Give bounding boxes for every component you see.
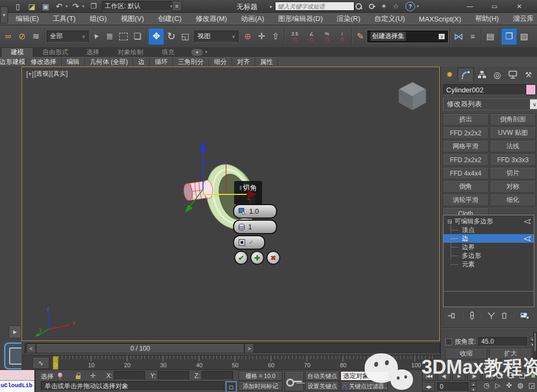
edit-named-selection-sets-button[interactable]: ✎ xyxy=(353,28,367,45)
license-button[interactable] xyxy=(366,2,377,11)
orbit-button[interactable]: ◍ xyxy=(515,381,526,389)
menu-rendering[interactable]: 渲染(R) xyxy=(330,13,367,25)
modifier-ffd3-button[interactable]: FFD 3x3x3 xyxy=(490,154,536,166)
isolate-selection-toggle[interactable]: ▢ xyxy=(226,381,237,392)
gizmo-y-arrow[interactable] xyxy=(185,205,193,213)
stack-root-editable-poly[interactable]: ⊟ 可编辑多边形 xyxy=(444,217,534,226)
remove-modifier-icon[interactable] xyxy=(501,311,507,320)
modifier-meshsmooth-button[interactable]: 网格平滑 xyxy=(442,140,489,153)
search-go-button[interactable]: ▸ xyxy=(268,2,274,11)
gizmo-z-arrow[interactable] xyxy=(200,141,206,151)
menu-animation[interactable]: 动画(A) xyxy=(234,13,271,25)
menu-create[interactable]: 创建(C) xyxy=(151,13,188,25)
favorites-button[interactable]: ☆ xyxy=(390,1,401,11)
ribbon-edge-button[interactable]: 边 xyxy=(133,57,150,67)
loop-button[interactable] xyxy=(490,361,524,367)
object-name-field[interactable]: Cylinder002 xyxy=(443,84,529,95)
object-color-swatch[interactable] xyxy=(526,84,536,95)
zoom-all-button[interactable] xyxy=(505,371,516,380)
time-configuration-button[interactable]: ◷ xyxy=(481,381,492,389)
stack-level-polygon[interactable]: 多边形 xyxy=(444,251,534,260)
pin-stack-icon[interactable] xyxy=(447,312,457,320)
menu-modifiers[interactable]: 修改器(M) xyxy=(188,13,234,25)
new-scene-button[interactable]: ▯ xyxy=(12,1,24,11)
modifier-symmetry-button[interactable]: 对称 xyxy=(490,180,536,193)
qat-overflow-button[interactable]: ≡ xyxy=(172,1,182,11)
caddy-segments-spinner[interactable]: 1 xyxy=(233,220,277,234)
reference-coordinate-dropdown[interactable]: 视图 ∨ xyxy=(194,31,238,42)
bind-to-space-warp-button[interactable]: ≋ xyxy=(29,28,43,45)
snaps-toggle-button[interactable]: 2.5 ∩ xyxy=(286,28,303,45)
ribbon-tab-populate[interactable]: 填充 xyxy=(153,47,184,57)
toolbar-more-button[interactable]: ▨ xyxy=(517,28,531,45)
zoom-extents-button[interactable]: ❑ xyxy=(517,371,527,380)
caddy-apply-button[interactable]: ✚ xyxy=(250,251,264,265)
ribbon-minimize-button[interactable]: ▼ xyxy=(191,49,203,56)
project-folder-button[interactable]: ❐ xyxy=(88,1,99,11)
modifier-turbosmooth-button[interactable]: 涡轮平滑 xyxy=(442,194,489,206)
select-and-move-button[interactable]: ✥ xyxy=(148,28,164,45)
workspace-selector[interactable]: 工作区: 默认 ▾ xyxy=(102,1,175,11)
spin-down-icon[interactable]: ▾ xyxy=(470,387,476,392)
caddy-cancel-button[interactable]: ✖ xyxy=(266,251,280,265)
modifier-slice-button[interactable]: 切片 xyxy=(490,167,536,179)
ring-button[interactable] xyxy=(445,361,478,367)
stack-level-vertex[interactable]: 顶点 xyxy=(444,226,534,234)
window-crossing-toggle[interactable]: ❏ xyxy=(130,28,144,45)
show-end-result-icon[interactable] xyxy=(469,311,475,320)
selection-filter-dropdown[interactable]: 全部 ∨ xyxy=(47,31,89,42)
z-coord-field[interactable] xyxy=(202,371,233,380)
modifier-normal-button[interactable]: 法线 xyxy=(490,140,536,153)
menu-views[interactable]: 视图(V) xyxy=(114,13,151,25)
select-and-link-button[interactable]: ∞ xyxy=(1,28,15,45)
spin-up-icon[interactable]: ▴ xyxy=(470,381,476,387)
pan-view-button[interactable]: ✜ xyxy=(504,381,514,389)
modifier-uvw-map-button[interactable]: UVW 贴图 xyxy=(490,127,536,139)
menu-edit[interactable]: 编辑(E) xyxy=(9,13,46,25)
auto-key-button[interactable]: 自动关键点 xyxy=(305,371,339,381)
gizmo-x-arrow[interactable] xyxy=(234,187,260,201)
current-frame-field[interactable]: 0 xyxy=(437,382,468,391)
modifier-list-dropdown[interactable]: 修改器列表 ∨ xyxy=(443,98,537,110)
select-object-button[interactable]: ➤ xyxy=(89,28,103,45)
modifier-ffd4-button[interactable]: FFD 4x4x4 xyxy=(442,167,489,179)
tab-create[interactable]: ✸ xyxy=(442,68,457,82)
viewport-menu-pov[interactable]: [透视] xyxy=(34,69,51,78)
ribbon-edit-button[interactable]: 编辑 xyxy=(62,57,85,67)
toggle-scene-explorer-button[interactable]: ❐ xyxy=(501,28,517,45)
cylinder-object[interactable] xyxy=(183,179,214,201)
track-bar[interactable]: ∿ 0 10 20 30 40 50 60 70 80 90 100 xyxy=(21,355,440,370)
open-file-button[interactable]: ◪ xyxy=(26,1,38,11)
listener-pink-pane[interactable] xyxy=(0,370,34,381)
menu-maxscript[interactable]: MAXScript(X) xyxy=(412,13,468,25)
rectangular-selection-region-button[interactable] xyxy=(117,28,130,45)
menu-tools[interactable]: 工具(T) xyxy=(46,13,83,25)
menu-group[interactable]: 组(G) xyxy=(83,13,114,25)
ribbon-properties-button[interactable]: 属性 xyxy=(255,57,278,67)
by-angle-field[interactable]: 45.0 xyxy=(478,337,527,346)
next-frame-button[interactable]: > xyxy=(244,344,254,353)
play-animation-button[interactable]: ▶ xyxy=(452,372,466,381)
help-button[interactable]: ? xyxy=(405,2,415,11)
perspective-viewport[interactable]: [+][透视][真实] xyxy=(21,67,440,341)
viewport-menu-shading[interactable]: [真实] xyxy=(51,69,68,78)
go-to-start-button[interactable]: |◀◀ xyxy=(422,372,436,381)
viewport-menu-general[interactable]: [+] xyxy=(26,70,34,78)
active-result-icon[interactable] xyxy=(523,219,531,224)
menu-liuyunku[interactable]: 溜云库 xyxy=(506,13,537,25)
frame-spinner[interactable]: ▴ ▾ xyxy=(470,381,476,392)
undo-dropdown[interactable]: ▾ xyxy=(64,1,69,11)
align-button[interactable]: ≡ xyxy=(466,28,480,45)
select-and-manipulate-button[interactable]: ✛ xyxy=(255,28,268,45)
ribbon-align-button[interactable]: 对齐 xyxy=(232,57,255,67)
key-mode-toggle[interactable]: ◀▶ xyxy=(422,382,435,391)
spinner-snap-toggle[interactable]: ↕ ∩ xyxy=(335,28,350,45)
x-coord-field[interactable] xyxy=(114,371,145,380)
key-target-dropdown[interactable]: 选定对象 xyxy=(340,371,389,381)
search-button[interactable] xyxy=(353,2,364,11)
save-file-button[interactable]: ▣ xyxy=(40,1,52,11)
unlink-selection-button[interactable]: ⊘ xyxy=(15,28,29,45)
select-and-rotate-button[interactable]: ↻ xyxy=(164,28,178,45)
grow-button[interactable]: 扩大 xyxy=(489,348,532,359)
zoom-extents-all-button[interactable]: ■ xyxy=(528,371,537,380)
